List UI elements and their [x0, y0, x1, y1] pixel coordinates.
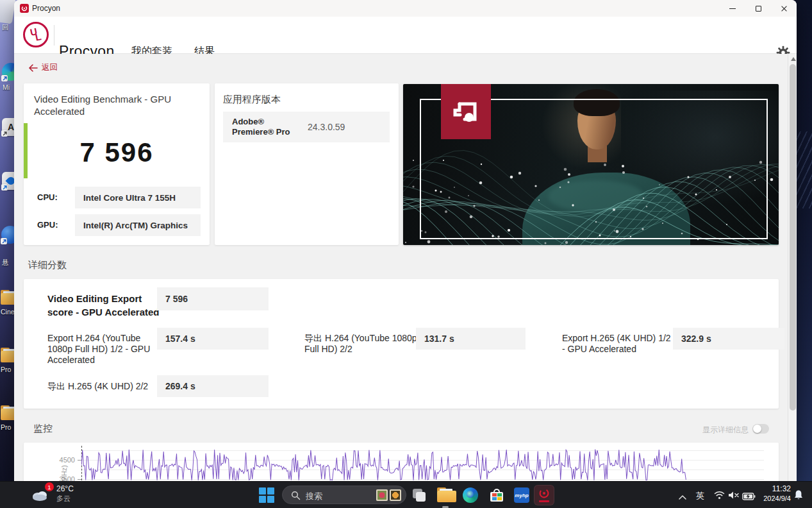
details-toggle[interactable]: [752, 424, 769, 434]
gpu-value: Intel(R) Arc(TM) Graphics: [75, 214, 201, 236]
ul-logo-letter: L: [34, 31, 42, 43]
app-version-value: 24.3.0.59: [308, 122, 345, 132]
window-titlebar[interactable]: Procyon: [14, 0, 797, 17]
subscore-label: Export H.264 (YouTube 1080p Full HD) 1/2…: [47, 333, 151, 366]
app-version-row: Adobe® Premiere® Pro 24.3.0.59: [223, 112, 390, 142]
tray-expand-button[interactable]: [678, 491, 687, 503]
procyon-window: Procyon U L Procyon 我的套装 结果 返回: [14, 0, 797, 481]
search-icon: [291, 491, 301, 500]
header-divider: [54, 25, 54, 46]
export-score-value: 7 596: [157, 287, 269, 310]
file-explorer-icon: [437, 487, 456, 502]
back-arrow-icon: [28, 64, 38, 72]
store-button[interactable]: [488, 487, 505, 504]
monitoring-card: 4500 3500 (MHz): [24, 443, 779, 481]
battery-button[interactable]: [742, 491, 756, 503]
chevron-up-icon: [678, 494, 687, 500]
edge-button[interactable]: [463, 487, 478, 503]
ul-logo: U L: [23, 22, 49, 47]
video-camera-icon: [452, 97, 480, 126]
language-indicator[interactable]: 英: [696, 490, 704, 502]
detailed-scores-card: Video Editing Export score - GPU Acceler…: [24, 279, 779, 409]
weather-widget[interactable]: [31, 489, 49, 504]
search-box[interactable]: 搜索: [282, 486, 406, 504]
app-header: U L Procyon 我的套装 结果: [14, 17, 797, 54]
shortcut-arrow-icon: [1, 238, 7, 244]
procyon-logo-strip: [539, 500, 549, 502]
gpu-label: GPU:: [37, 220, 58, 230]
taskbar: 1 26°C 多云 搜索 myhp 英: [0, 481, 812, 508]
minimize-icon: [729, 8, 736, 9]
wifi-button[interactable]: [714, 491, 725, 502]
bell-icon: [793, 489, 804, 501]
task-view-button[interactable]: [411, 487, 427, 504]
shortcut-arrow-icon: [1, 130, 8, 137]
detailed-scores-heading: 详细分数: [28, 259, 67, 271]
maximize-icon: [756, 6, 761, 12]
search-highlight-image[interactable]: [376, 489, 388, 501]
store-bag-icon: [490, 492, 503, 502]
benchmark-hero-image: [403, 84, 779, 245]
benchmark-title: Video Editing Benchmark - GPU Accelerate…: [34, 93, 188, 117]
wifi-icon: [714, 491, 725, 500]
frequency-chart: [81, 443, 765, 481]
subscore-value: 269.4 s: [157, 375, 269, 397]
cpu-label: CPU:: [37, 192, 58, 202]
benchmark-score: 7 596: [24, 137, 210, 168]
shortcut-arrow-icon: [1, 75, 8, 81]
y-axis-unit-label: (MHz): [60, 465, 68, 481]
start-button[interactable]: [259, 487, 274, 503]
subscore-label: 导出 H.265 (4K UHD) 2/2: [47, 381, 176, 392]
search-placeholder: 搜索: [306, 491, 322, 502]
file-explorer-button[interactable]: [437, 487, 456, 502]
show-details-label: 显示详细信息: [692, 425, 749, 436]
tray-date: 2024/9/4: [755, 495, 791, 502]
search-highlight-image[interactable]: [390, 489, 401, 501]
tray-time: 11:32: [755, 484, 791, 493]
scroll-up-icon[interactable]: [791, 57, 796, 61]
task-view-icon-front: [416, 492, 426, 502]
subscore-value: 131.7 s: [416, 328, 526, 350]
window-title: Procyon: [32, 4, 60, 13]
toggle-knob: [753, 425, 761, 433]
procyon-logo-icon: [538, 487, 550, 499]
procyon-app-icon: [20, 4, 29, 13]
app-version-heading: 应用程序版本: [223, 94, 281, 106]
cloud-icon: [31, 489, 49, 501]
volume-button[interactable]: [728, 491, 740, 502]
shortcut-arrow-icon: [1, 184, 8, 190]
back-label: 返回: [42, 62, 58, 73]
benchmark-score-card: Video Editing Benchmark - GPU Accelerate…: [24, 83, 210, 245]
minimize-button[interactable]: [720, 0, 745, 17]
weather-badge: 1: [45, 482, 54, 491]
maximize-button[interactable]: [745, 0, 771, 17]
subscore-value: 322.9 s: [673, 328, 784, 350]
close-icon: [781, 5, 788, 12]
subscore-label: 导出 H.264 (YouTube 1080p Full HD) 2/2: [304, 333, 418, 355]
back-button[interactable]: 返回: [28, 62, 58, 73]
app-version-card: 应用程序版本 Adobe® Premiere® Pro 24.3.0.59: [215, 83, 399, 245]
vertical-scrollbar[interactable]: [788, 54, 797, 481]
notification-button[interactable]: [793, 489, 804, 504]
close-button[interactable]: [771, 0, 797, 17]
scrollbar-thumb[interactable]: [790, 64, 796, 411]
subscore-value: 157.4 s: [157, 328, 269, 350]
myhp-button[interactable]: myhp: [514, 487, 529, 503]
monitoring-heading: 监控: [33, 423, 53, 435]
cpu-value: Intel Core Ultra 7 155H: [75, 187, 201, 208]
speaker-muted-icon: [728, 491, 740, 500]
export-score-label: Video Editing Export score - GPU Acceler…: [47, 292, 166, 319]
battery-charging-icon: [742, 493, 756, 500]
subscore-label: Export H.265 (4K UHD) 1/2 - GPU Accelera…: [562, 333, 672, 355]
procyon-taskbar-button[interactable]: [534, 485, 554, 505]
y-tick-label: 4500: [54, 456, 75, 464]
weather-temp[interactable]: 26°C: [56, 484, 74, 493]
clock[interactable]: 11:32 2024/9/4: [755, 484, 791, 502]
weather-condition[interactable]: 多云: [56, 494, 70, 504]
app-name: Adobe® Premiere® Pro: [232, 117, 302, 137]
video-editing-badge: [441, 84, 491, 139]
